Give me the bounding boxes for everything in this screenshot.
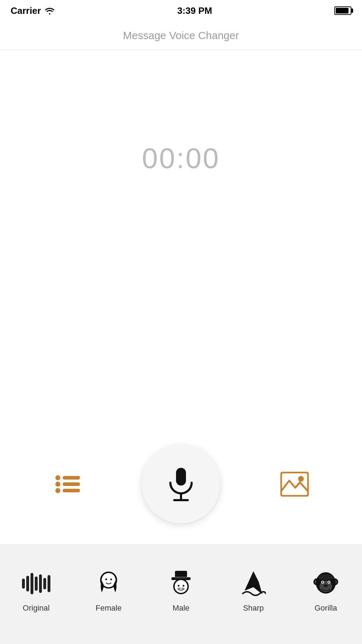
svg-point-2 — [55, 482, 60, 487]
svg-point-31 — [322, 581, 323, 583]
sharp-icon — [241, 569, 266, 598]
svg-point-32 — [328, 581, 330, 583]
svg-rect-8 — [173, 499, 189, 501]
tab-sharp-label: Sharp — [243, 604, 264, 613]
battery-icon — [334, 6, 351, 15]
mic-button[interactable] — [142, 445, 220, 523]
gallery-icon — [280, 472, 309, 497]
battery-container — [334, 6, 351, 15]
main-content: 00:00 — [0, 50, 362, 545]
sharp-icon-container — [239, 569, 268, 598]
page-title: Message Voice Changer — [123, 29, 239, 42]
waveform-icon — [22, 573, 50, 594]
svg-rect-1 — [63, 476, 80, 480]
gallery-button[interactable] — [277, 466, 312, 502]
svg-point-0 — [55, 475, 60, 480]
svg-rect-9 — [281, 472, 308, 496]
tab-original[interactable]: Original — [4, 569, 68, 613]
svg-point-35 — [326, 585, 328, 586]
tab-female-label: Female — [95, 604, 121, 613]
svg-point-4 — [55, 488, 60, 493]
svg-point-14 — [110, 578, 112, 580]
tab-male-label: Male — [172, 604, 190, 613]
nav-bar: Message Voice Changer — [0, 21, 362, 50]
svg-point-27 — [318, 574, 334, 580]
svg-point-13 — [105, 578, 107, 580]
controls-row — [0, 431, 362, 545]
status-bar: Carrier 3:39 PM — [0, 0, 362, 21]
male-icon-container — [167, 569, 195, 598]
svg-point-20 — [178, 585, 180, 586]
svg-point-19 — [175, 580, 187, 593]
list-button[interactable] — [50, 466, 85, 502]
svg-rect-7 — [180, 493, 182, 499]
list-icon — [55, 473, 80, 495]
female-icon — [96, 569, 121, 598]
tab-male[interactable]: Male — [149, 569, 213, 613]
svg-rect-6 — [176, 468, 186, 486]
tab-gorilla-label: Gorilla — [314, 604, 337, 613]
status-carrier: Carrier — [11, 5, 55, 16]
gorilla-icon-container — [312, 569, 340, 598]
tab-sharp[interactable]: Sharp — [221, 569, 285, 613]
svg-rect-3 — [63, 482, 80, 486]
svg-point-21 — [183, 585, 185, 586]
battery-fill — [336, 8, 349, 13]
timer-display: 00:00 — [142, 142, 220, 175]
svg-rect-17 — [175, 577, 187, 578]
tab-gorilla[interactable]: Gorilla — [294, 569, 358, 613]
svg-rect-5 — [63, 489, 80, 492]
status-time: 3:39 PM — [177, 5, 212, 16]
svg-point-34 — [324, 585, 325, 586]
carrier-label: Carrier — [11, 5, 41, 16]
female-icon-container — [94, 569, 123, 598]
microphone-icon — [167, 466, 195, 502]
tab-original-label: Original — [23, 604, 50, 613]
tab-female[interactable]: Female — [77, 569, 141, 613]
tab-bar: Original Female — [0, 545, 362, 644]
svg-point-10 — [298, 476, 304, 482]
original-icon — [22, 569, 50, 598]
male-icon — [169, 569, 193, 598]
wifi-icon — [44, 7, 55, 15]
gorilla-icon — [313, 569, 338, 598]
